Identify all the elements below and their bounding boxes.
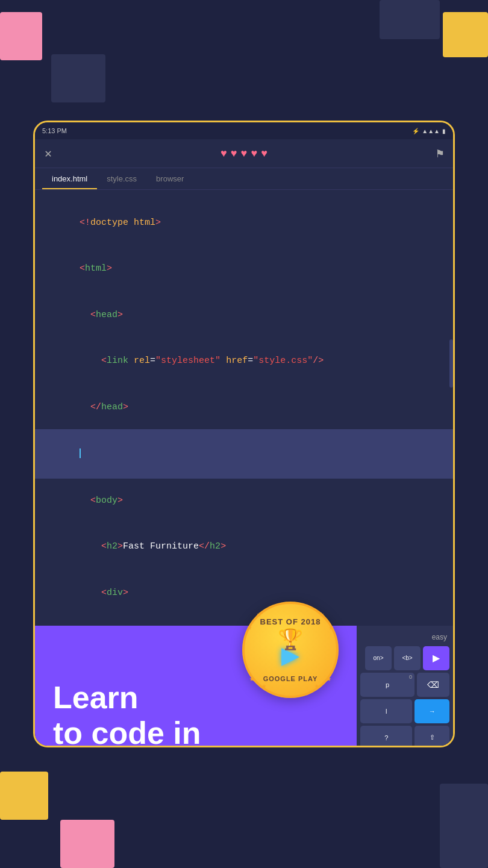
kbd-key-backspace[interactable]: ⌫ bbox=[417, 673, 449, 697]
deco-pink-bottom-left bbox=[60, 820, 114, 868]
heart-5: ♥ bbox=[261, 148, 267, 160]
scroll-indicator bbox=[449, 339, 453, 388]
kbd-key-l[interactable]: l bbox=[360, 699, 412, 723]
code-line-cursor[interactable] bbox=[35, 429, 453, 479]
status-icons: ⚡ ▲▲▲ ▮ bbox=[412, 128, 446, 134]
badge-top-text: BEST OF 2018 bbox=[260, 617, 321, 626]
code-line-1: <!doctype html> bbox=[47, 200, 441, 246]
code-line-7: <h2>Fast Furniture</h2> bbox=[47, 524, 441, 570]
signal-icon: ▲▲▲ bbox=[422, 128, 440, 134]
deco-dark-top-left bbox=[51, 54, 105, 102]
kbd-key-question[interactable]: ? bbox=[360, 726, 412, 748]
deco-dark-top-right-upper bbox=[380, 0, 440, 39]
status-bar: 5:13 PM ⚡ ▲▲▲ ▮ bbox=[35, 122, 453, 139]
heart-1: ♥ bbox=[221, 148, 227, 160]
kbd-row-2: 0 p ⌫ bbox=[360, 673, 449, 697]
deco-dark-bottom-right bbox=[440, 784, 488, 868]
code-line-6: <body> bbox=[47, 477, 441, 524]
hearts-container: ♥ ♥ ♥ ♥ ♥ bbox=[221, 148, 267, 160]
cursor bbox=[80, 448, 81, 458]
code-line-5: </head> bbox=[47, 384, 441, 430]
kbd-key-play[interactable]: ▶ bbox=[423, 646, 449, 670]
kbd-key-on[interactable]: on> bbox=[365, 646, 392, 670]
deco-yellow-bottom-left bbox=[0, 772, 48, 820]
tab-index-html[interactable]: index.html bbox=[42, 168, 97, 189]
deco-pink-top-left bbox=[0, 12, 42, 60]
badge-bottom-text: GOOGLE PLAY bbox=[263, 675, 318, 682]
kbd-row-1: on> <b> ▶ bbox=[360, 646, 449, 670]
tabs-bar: index.html style.css browser bbox=[35, 168, 453, 190]
heart-3: ♥ bbox=[241, 148, 248, 160]
banner-line-2: to code in bbox=[53, 715, 201, 747]
purple-banner: ★ ★ ★ ★ ★ ★ ★ ★ BEST OF 2018 ▶ 🏆 GOOGLE … bbox=[35, 626, 357, 748]
banner-line-1: Learn bbox=[53, 680, 139, 715]
code-line-2: <html> bbox=[47, 246, 441, 292]
deco-yellow-top-right bbox=[443, 12, 488, 57]
lower-section: ★ ★ ★ ★ ★ ★ ★ ★ BEST OF 2018 ▶ 🏆 GOOGLE … bbox=[35, 626, 453, 748]
kbd-key-p[interactable]: 0 p bbox=[360, 673, 414, 697]
status-time: 5:13 PM bbox=[42, 127, 67, 134]
kbd-row-3: l → bbox=[360, 699, 449, 723]
kbd-key-shift[interactable]: ⇧ bbox=[414, 726, 449, 748]
device-frame: 5:13 PM ⚡ ▲▲▲ ▮ ✕ ♥ ♥ ♥ ♥ ♥ ⚑ index.html… bbox=[33, 121, 455, 747]
kbd-key-arrow[interactable]: → bbox=[414, 699, 449, 723]
bluetooth-icon: ⚡ bbox=[412, 128, 419, 134]
flag-button[interactable]: ⚑ bbox=[436, 146, 443, 161]
heart-4: ♥ bbox=[251, 148, 257, 160]
code-editor: <!doctype html> <html> <head> <link rel=… bbox=[35, 190, 453, 626]
code-line-4: <link rel="stylesheet" href="style.css"/… bbox=[47, 338, 441, 385]
heart-2: ♥ bbox=[231, 148, 237, 160]
badge: ★ ★ ★ ★ ★ ★ ★ ★ BEST OF 2018 ▶ 🏆 GOOGLE … bbox=[242, 602, 339, 698]
close-button[interactable]: ✕ bbox=[45, 146, 52, 161]
kbd-row-4: ? ⇧ bbox=[360, 726, 449, 748]
kbd-key-b[interactable]: <b> bbox=[394, 646, 421, 670]
battery-icon: ▮ bbox=[442, 128, 446, 134]
badge-circle: ★ ★ ★ ★ ★ ★ ★ ★ BEST OF 2018 ▶ 🏆 GOOGLE … bbox=[242, 602, 339, 698]
code-line-3: <head> bbox=[47, 292, 441, 338]
tab-browser[interactable]: browser bbox=[146, 168, 193, 189]
tab-style-css[interactable]: style.css bbox=[97, 168, 146, 189]
kbd-p-wrap: 0 p bbox=[360, 673, 414, 697]
keyboard-hint: easy bbox=[360, 631, 449, 646]
badge-trophy-icon: ▶ bbox=[281, 637, 299, 674]
top-bar: ✕ ♥ ♥ ♥ ♥ ♥ ⚑ bbox=[35, 139, 453, 168]
keyboard-section: easy on> <b> ▶ 0 p ⌫ l bbox=[357, 626, 453, 748]
